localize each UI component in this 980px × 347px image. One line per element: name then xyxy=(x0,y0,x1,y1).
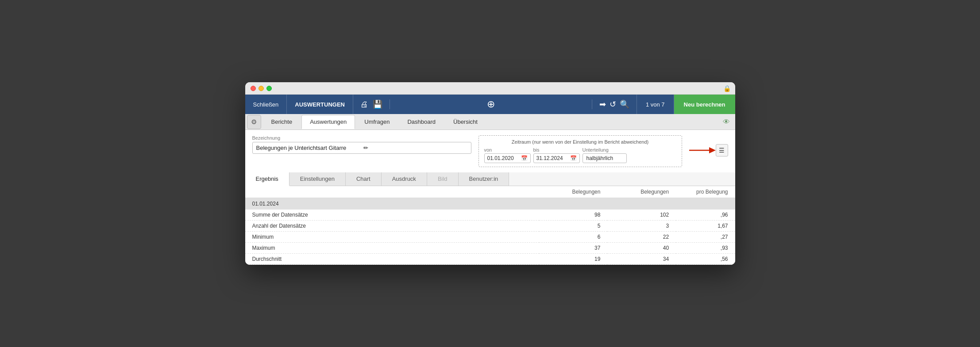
subtab-bild[interactable]: Bild xyxy=(427,172,459,186)
page-info: 1 von 7 xyxy=(637,95,674,114)
main-window: 🔒 Schließen AUSWERTUNGEN 🖨 💾 ⊕ ➡ ↺ 🔍 1 v… xyxy=(245,82,735,265)
row-val2-durchschnitt: 34 xyxy=(607,254,676,265)
row-label-minimum: Minimum xyxy=(245,232,539,243)
schliessen-button[interactable]: Schließen xyxy=(245,95,287,114)
subtab-benutzerin[interactable]: Benutzer:in xyxy=(459,172,509,186)
arrow-svg xyxy=(689,145,716,155)
subtab-ergebnis[interactable]: Ergebnis xyxy=(245,172,289,186)
row-val2-minimum: 22 xyxy=(607,232,676,243)
maximize-button[interactable] xyxy=(266,86,272,91)
bis-field-group: bis 📅 xyxy=(533,147,580,163)
neu-berechnen-button[interactable]: Neu berechnen xyxy=(674,95,735,114)
row-label-maximum: Maximum xyxy=(245,243,539,254)
row-val1-durchschnitt: 19 xyxy=(539,254,608,265)
bis-label: bis xyxy=(533,147,580,153)
nav-center: ⊕ xyxy=(390,99,592,110)
top-form: Bezeichnung Belegungen je Unterichtsart … xyxy=(245,130,735,167)
row-label-durchschnitt: Durchschnitt xyxy=(245,254,539,265)
table-row: Summe der Datensätze 98 102 ,96 xyxy=(245,210,735,221)
list-view-button[interactable]: ☰ xyxy=(716,144,728,156)
table-row: Maximum 37 40 ,93 xyxy=(245,243,735,254)
minimize-button[interactable] xyxy=(259,86,264,91)
row-val2-maximum: 40 xyxy=(607,243,676,254)
close-button[interactable] xyxy=(251,86,256,91)
zeitraum-fields: von 📅 bis 📅 Untertei xyxy=(484,147,676,163)
save-icon[interactable]: 💾 xyxy=(373,99,382,109)
red-arrow-icon xyxy=(689,145,716,155)
von-label: von xyxy=(484,147,531,153)
lock-icon: 🔒 xyxy=(723,85,731,92)
bezeichnung-section: Bezeichnung Belegungen je Unterichtsart … xyxy=(252,135,471,154)
row-val3-durchschnitt: ,56 xyxy=(676,254,735,265)
print-icon[interactable]: 🖨 xyxy=(360,100,368,109)
refresh-icon[interactable]: ↺ xyxy=(610,99,616,109)
bezeichnung-label: Bezeichnung xyxy=(252,135,471,141)
table-header-row: Belegungen Belegungen pro Belegung xyxy=(245,186,735,198)
col-header-belegungen2: Belegungen xyxy=(607,186,676,198)
auswertungen-label: AUSWERTUNGEN xyxy=(287,95,353,114)
arrow-right-icon[interactable]: ➡ xyxy=(599,99,606,109)
top-nav: Schließen AUSWERTUNGEN 🖨 💾 ⊕ ➡ ↺ 🔍 1 von… xyxy=(245,95,735,114)
subtab-ausdruck[interactable]: Ausdruck xyxy=(382,172,427,186)
row-label-summe: Summe der Datensätze xyxy=(245,210,539,221)
zeitraum-title: Zeitraum (nur wenn von der Einstellung i… xyxy=(484,139,676,145)
tab-berichte[interactable]: Berichte xyxy=(263,115,301,129)
row-val1-minimum: 6 xyxy=(539,232,608,243)
col-header-pro-belegung: pro Belegung xyxy=(676,186,735,198)
tab-dashboard[interactable]: Dashboard xyxy=(399,115,444,129)
table-row: Durchschnitt 19 34 ,56 xyxy=(245,254,735,265)
svg-marker-1 xyxy=(709,147,716,153)
add-button[interactable]: ⊕ xyxy=(487,99,495,110)
eye-icon[interactable]: 👁 xyxy=(723,118,730,126)
traffic-lights xyxy=(251,86,272,91)
table-row: Minimum 6 22 ,27 xyxy=(245,232,735,243)
edit-icon[interactable]: ✏ xyxy=(363,145,467,151)
tab-bar: ⚙ Berichte Auswertungen Umfragen Dashboa… xyxy=(245,114,735,130)
unterteilung-label: Unterteilung xyxy=(583,147,627,153)
row-val3-summe: ,96 xyxy=(676,210,735,221)
subtab-chart[interactable]: Chart xyxy=(346,172,382,186)
date-group-cell: 01.01.2024 xyxy=(245,198,735,210)
row-val1-anzahl: 5 xyxy=(539,221,608,232)
date-group-row: 01.01.2024 xyxy=(245,198,735,210)
bis-date-input[interactable]: 📅 xyxy=(533,153,580,163)
nav-file-icons: 🖨 💾 xyxy=(353,99,390,109)
von-date-input[interactable]: 📅 xyxy=(484,153,531,163)
content-area: Bezeichnung Belegungen je Unterichtsart … xyxy=(245,130,735,265)
row-val1-maximum: 37 xyxy=(539,243,608,254)
search-icon[interactable]: 🔍 xyxy=(620,99,629,109)
subtab-einstellungen[interactable]: Einstellungen xyxy=(289,172,346,186)
col-header-belegungen1: Belegungen xyxy=(539,186,608,198)
col-header-spacer xyxy=(245,186,539,198)
von-calendar-icon[interactable]: 📅 xyxy=(521,155,528,161)
von-field-group: von 📅 xyxy=(484,147,531,163)
table-row: Anzahl der Datensätze 5 3 1,67 xyxy=(245,221,735,232)
tab-umfragen[interactable]: Umfragen xyxy=(356,115,398,129)
row-val3-maximum: ,93 xyxy=(676,243,735,254)
row-val1-summe: 98 xyxy=(539,210,608,221)
row-label-anzahl: Anzahl der Datensätze xyxy=(245,221,539,232)
tab-auswertungen[interactable]: Auswertungen xyxy=(301,115,355,129)
unterteilung-field-group: Unterteilung xyxy=(583,147,627,163)
title-bar: 🔒 xyxy=(245,82,735,95)
tab-uebersicht[interactable]: Übersicht xyxy=(445,115,486,129)
row-val3-anzahl: 1,67 xyxy=(676,221,735,232)
bis-calendar-icon[interactable]: 📅 xyxy=(570,155,577,161)
nav-right-icons: ➡ ↺ 🔍 xyxy=(592,99,637,109)
arrow-section: ☰ xyxy=(689,135,728,156)
sub-tabs: Ergebnis Einstellungen Chart Ausdruck Bi… xyxy=(245,172,735,186)
bezeichnung-input-row: Belegungen je Unterichtsart Gitarre ✏ xyxy=(252,142,471,154)
bis-date-field[interactable] xyxy=(536,155,568,161)
bezeichnung-value: Belegungen je Unterichtsart Gitarre xyxy=(256,145,360,151)
von-date-field[interactable] xyxy=(487,155,519,161)
data-table: Belegungen Belegungen pro Belegung 01.01… xyxy=(245,186,735,265)
row-val3-minimum: ,27 xyxy=(676,232,735,243)
zeitraum-section: Zeitraum (nur wenn von der Einstellung i… xyxy=(478,135,682,167)
unterteilung-input[interactable] xyxy=(583,153,627,163)
row-val2-anzahl: 3 xyxy=(607,221,676,232)
gear-icon[interactable]: ⚙ xyxy=(247,115,261,129)
row-val2-summe: 102 xyxy=(607,210,676,221)
